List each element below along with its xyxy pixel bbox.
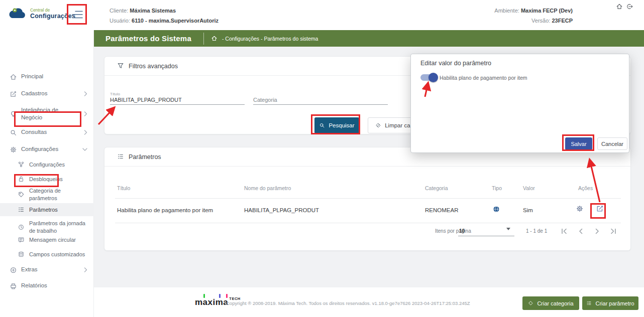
logo-green-tick: [203, 294, 205, 298]
column-header-acoes: Ações: [578, 185, 593, 191]
sidebar-item-configuracoes[interactable]: Configurações: [0, 143, 94, 156]
sidebar-toggle-button[interactable]: [69, 6, 86, 23]
categoria-input[interactable]: [253, 97, 388, 105]
sidebar-item-relatorios[interactable]: Relatórios: [0, 279, 94, 292]
create-parameter-label: Criar parâmetro: [595, 300, 634, 306]
filter-icon: [117, 62, 125, 70]
sidebar-item-label: Mensagem circular: [29, 236, 76, 244]
save-button[interactable]: Salvar: [565, 137, 592, 150]
logo-blue-tick: [219, 294, 221, 298]
clock-icon: [17, 223, 25, 231]
breadcrumb: - Configurações - Parâmetros do sistema: [222, 36, 318, 42]
create-parameter-button[interactable]: Criar parâmetro: [582, 296, 638, 310]
toggle-knob: [428, 73, 438, 82]
sidebar-subitem-configuracoes[interactable]: Configurações: [0, 158, 94, 171]
sidebar-item-label: Principal: [21, 73, 43, 80]
search-button-label: Pesquisar: [329, 122, 354, 128]
tag-icon: [17, 191, 25, 199]
sidebar-item-label: Consultas: [21, 128, 47, 136]
sidebar: Principal Cadastros Inteligência de Negó…: [0, 30, 94, 317]
eraser-icon: [375, 122, 381, 128]
session-environment: Ambiente: Maxima FECP (Dev) Versão: 23FE…: [432, 6, 573, 26]
parameter-toggle[interactable]: [420, 74, 437, 81]
user-value: 6110 - maxima.SupervisorAutoriz: [132, 18, 219, 24]
items-per-page-value[interactable]: 10: [459, 228, 465, 234]
copyright-text: Copyright ® 2008-2019. Máxima Tech. Todo…: [226, 300, 527, 306]
items-per-page-label: Itens por página: [435, 228, 471, 234]
list-icon: [17, 206, 25, 214]
sidebar-item-label: Parâmetros da jornada de trabalho: [29, 220, 85, 234]
sidebar-item-label: Extras: [21, 266, 38, 273]
home-icon: [9, 73, 17, 81]
app-logo: Central de Configurações: [7, 6, 75, 21]
session-client-user: Cliente: Máxima Sistemas Usuário: 6110 -…: [110, 6, 219, 26]
sidebar-item-label: Configurações: [21, 145, 58, 153]
logo-text: maxima: [195, 297, 228, 307]
user-label: Usuário:: [110, 18, 130, 24]
pagination-range: 1 - 1 de 1: [526, 228, 547, 234]
version-label: Versão:: [531, 18, 550, 24]
lightbulb-icon: [9, 110, 17, 118]
globe-icon: [493, 206, 500, 213]
sidebar-subitem-categoria-de-parametros[interactable]: Categoria de parâmetros: [0, 186, 94, 204]
divider: [115, 223, 621, 223]
cell-categoria: RENOMEAR: [425, 207, 458, 213]
sidebar-item-label: Parâmetros: [29, 206, 58, 214]
sidebar-item-label: Categoria de parâmetros: [29, 187, 81, 202]
row-edit-icon[interactable]: [596, 205, 604, 213]
filters-card-title: Filtros avançados: [129, 63, 178, 70]
hamburger-icon: [71, 10, 84, 20]
cancel-button[interactable]: Cancelar: [597, 137, 627, 150]
sidebar-item-principal[interactable]: Principal: [0, 70, 94, 83]
sidebar-item-inteligencia-de-negocio[interactable]: Inteligência de Negócio: [0, 104, 94, 124]
parameters-card: Parâmetros Título Nome do parâmetro Cate…: [104, 147, 631, 251]
search-icon: [319, 122, 325, 128]
app-root: Central de Configurações Cliente: Máxima…: [0, 0, 644, 317]
logo-pink-tick: [226, 294, 228, 298]
layers-icon: [17, 250, 25, 258]
create-category-button[interactable]: Criar categoria: [522, 296, 579, 310]
sidebar-item-label: Inteligência de Negócio: [21, 106, 73, 121]
next-page-icon[interactable]: [592, 226, 602, 236]
chevron-right-icon: [84, 91, 87, 96]
column-header-categoria: Categoria: [425, 185, 448, 191]
titulo-input[interactable]: [110, 97, 245, 105]
cell-nome: HABILITA_PLPAG_PRODUT: [244, 207, 319, 213]
list-icon: [586, 300, 592, 306]
environment-label: Ambiente:: [494, 8, 519, 14]
last-page-icon[interactable]: [608, 226, 618, 236]
toggle-label: Habilita plano de pagamento por item: [440, 75, 527, 81]
parameters-card-title: Parâmetros: [129, 153, 161, 161]
first-page-icon[interactable]: [559, 226, 569, 236]
version-value: 23FECP: [552, 18, 573, 24]
message-icon: [17, 236, 25, 244]
sidebar-item-extras[interactable]: Extras: [0, 263, 94, 276]
previous-page-icon[interactable]: [576, 226, 586, 236]
select-caret-icon[interactable]: [506, 230, 510, 239]
sidebar-item-label: Desbloqueios: [29, 176, 63, 183]
sidebar-subitem-parametros[interactable]: Parâmetros: [0, 203, 94, 216]
sidebar-item-consultas[interactable]: Consultas: [0, 126, 94, 139]
cloud-gear-logo-icon: [7, 6, 27, 21]
logout-icon[interactable]: [626, 3, 633, 10]
cell-titulo: Habilita plano de pagamento por item: [117, 207, 213, 213]
breadcrumb-home-icon[interactable]: [211, 35, 218, 42]
edit-icon: [9, 90, 17, 98]
search-button[interactable]: Pesquisar: [314, 117, 359, 133]
row-settings-icon[interactable]: [576, 205, 584, 213]
sidebar-subitem-campos-customizados[interactable]: Campos customizados: [0, 248, 94, 261]
titulo-field-label: Título: [110, 92, 120, 96]
tag-icon: [528, 300, 533, 306]
sidebar-item-cadastros[interactable]: Cadastros: [0, 87, 94, 100]
chevron-down-icon: [82, 148, 87, 151]
client-value: Máxima Sistemas: [130, 8, 176, 14]
environment-value: Maxima FECP (Dev): [521, 8, 573, 14]
home-icon[interactable]: [616, 3, 623, 10]
sidebar-subitem-desbloqueios[interactable]: Desbloqueios: [0, 173, 94, 186]
gear-icon: [9, 145, 17, 153]
list-icon: [117, 153, 125, 161]
sidebar-item-label: Configurações: [29, 161, 65, 169]
sidebar-subitem-mensagem-circular[interactable]: Mensagem circular: [0, 233, 94, 246]
divider: [115, 198, 621, 199]
column-header-titulo: Título: [117, 185, 130, 191]
